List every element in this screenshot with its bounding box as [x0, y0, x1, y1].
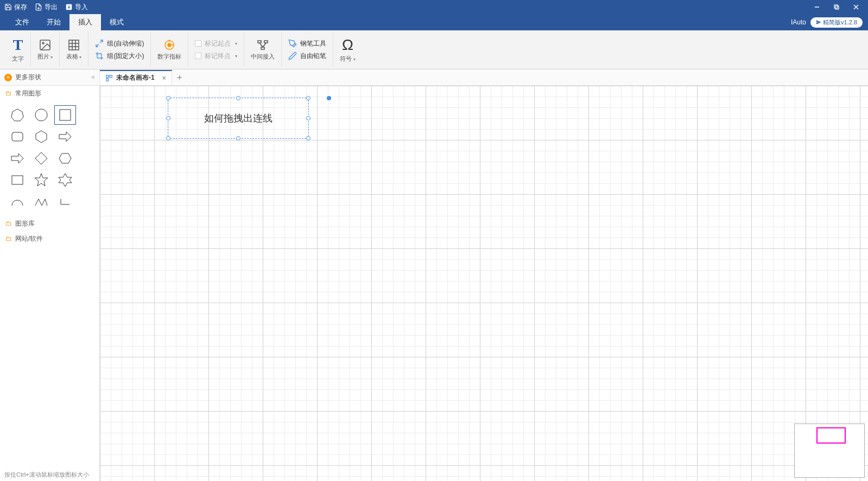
maximize-button[interactable] [829, 2, 844, 12]
selected-text-shape[interactable]: 如何拖拽出连线 [168, 98, 309, 139]
symbol-label: 符号 [340, 55, 355, 63]
rotate-handle[interactable] [327, 96, 331, 100]
svg-line-22 [259, 43, 263, 47]
minimap[interactable] [794, 424, 865, 478]
svg-point-30 [35, 109, 47, 121]
svg-marker-39 [35, 174, 48, 186]
menu-insert[interactable]: 插入 [69, 14, 101, 30]
text-shape-content[interactable]: 如何拖拽出连线 [204, 112, 273, 125]
shape-heptagon[interactable] [7, 105, 28, 125]
shape-circle[interactable] [30, 105, 52, 125]
mark-start-label: 标记起点 [205, 39, 231, 48]
main-area: 🗀 常用图形 🗀 图形 [0, 86, 868, 481]
ribbon-image[interactable]: 图片 [31, 33, 60, 67]
import-icon [65, 3, 73, 11]
resize-handle-tm[interactable] [236, 96, 240, 100]
menu-mode[interactable]: 模式 [101, 14, 132, 30]
image-icon [37, 39, 53, 52]
import-button[interactable]: 导入 [65, 3, 88, 12]
mark-end-row[interactable]: 标记终点▾ [195, 52, 237, 61]
shape-hexagon[interactable] [30, 127, 52, 146]
resize-handle-br[interactable] [306, 136, 311, 140]
svg-line-13 [100, 40, 103, 43]
mark-start-checkbox[interactable] [195, 40, 201, 47]
shape-diamond[interactable] [30, 149, 52, 168]
group-auto-button[interactable]: 组(自动伸缩) [95, 39, 144, 48]
shape-star5[interactable] [30, 170, 52, 190]
omega-icon: Ω [342, 36, 353, 54]
ribbon-text[interactable]: T 文字 [5, 33, 31, 67]
ribbon-table[interactable]: 表格 [60, 33, 88, 67]
ribbon-text-label: 文字 [12, 55, 24, 63]
ribbon-group-options: 组(自动伸缩) 组(固定大小) [88, 33, 151, 67]
shape-arc[interactable] [7, 192, 28, 211]
svg-point-7 [42, 42, 44, 44]
svg-rect-25 [110, 75, 112, 77]
shape-star6[interactable] [54, 170, 76, 190]
mark-start-row[interactable]: 标记起点▾ [195, 39, 237, 48]
text-icon: T [13, 36, 23, 54]
canvas[interactable]: 如何拖拽出连线 [100, 86, 868, 481]
resize-handle-tr[interactable] [306, 96, 311, 100]
svg-marker-33 [36, 131, 47, 143]
tab-close-button[interactable]: × [162, 74, 166, 82]
sidebar-section-common[interactable]: 🗀 常用图形 [0, 86, 99, 101]
resize-handle-bl[interactable] [166, 136, 170, 140]
shape-zigzag[interactable] [30, 192, 52, 211]
shape-square[interactable] [54, 105, 76, 125]
canvas-icon [105, 74, 113, 82]
titlebar: 保存 导出 导入 [0, 0, 868, 14]
mark-end-checkbox[interactable] [195, 53, 201, 59]
crop-icon [95, 52, 104, 60]
free-pencil-button[interactable]: 自由铅笔 [288, 52, 326, 61]
svg-marker-34 [59, 132, 71, 142]
svg-point-16 [168, 43, 171, 47]
shape-corner[interactable] [54, 192, 76, 211]
ribbon-symbol[interactable]: Ω 符号 [333, 33, 362, 67]
pen-tool-button[interactable]: 钢笔工具 [288, 39, 326, 48]
folder-icon: 🗀 [5, 220, 12, 227]
group-fixed-button[interactable]: 组(固定大小) [95, 52, 144, 61]
sidebar-section-website[interactable]: 🗀 网站/软件 [0, 231, 99, 246]
document-tab-1[interactable]: 未命名画布-1 × [100, 70, 172, 85]
sidebar-header-slot: + 更多形状 × [0, 69, 100, 85]
version-text: 精简版v1.2.8 [823, 18, 857, 27]
menu-start[interactable]: 开始 [38, 14, 69, 30]
ribbon-mark-options: 标记起点▾ 标记终点▾ [188, 33, 244, 67]
more-shapes-label: 更多形状 [15, 73, 41, 82]
svg-line-14 [96, 44, 99, 47]
version-badge[interactable]: 精简版v1.2.8 [810, 17, 863, 28]
resize-handle-bm[interactable] [236, 136, 240, 140]
resize-handle-ml[interactable] [166, 116, 170, 120]
shape-rect[interactable] [7, 170, 28, 190]
save-button[interactable]: 保存 [4, 3, 27, 12]
save-label: 保存 [14, 3, 27, 12]
ribbon-num-indicator[interactable]: 数字指标 [151, 33, 188, 67]
resize-handle-tl[interactable] [166, 96, 170, 100]
minimap-viewport[interactable] [816, 427, 846, 444]
resize-handle-mr[interactable] [306, 116, 311, 120]
close-button[interactable] [848, 2, 864, 12]
shape-hexagon-flat[interactable] [54, 149, 76, 168]
tab-title: 未命名画布-1 [116, 73, 155, 82]
tab-add-button[interactable]: + [172, 70, 187, 85]
svg-rect-3 [835, 6, 839, 9]
shape-arrow-outline[interactable] [54, 127, 76, 146]
add-shape-icon[interactable]: + [4, 74, 12, 81]
svg-rect-31 [60, 110, 71, 120]
sidebar-hint: 按住Ctrl+滚动鼠标缩放图标大小 [0, 469, 99, 481]
shape-rounded-rect[interactable] [7, 127, 28, 146]
minimize-button[interactable] [809, 2, 825, 12]
svg-marker-40 [59, 174, 72, 187]
sidebar-close-button[interactable]: × [91, 74, 95, 81]
sidebar-section-shapelib[interactable]: 🗀 图形库 [0, 216, 99, 231]
export-button[interactable]: 导出 [35, 3, 58, 12]
window-controls [809, 2, 864, 12]
menu-file[interactable]: 文件 [7, 14, 38, 30]
folder-icon: 🗀 [5, 89, 12, 97]
menubar-right: IAuto 精简版v1.2.8 [791, 17, 863, 28]
save-icon [4, 3, 12, 11]
shape-arrow-right[interactable] [7, 149, 28, 168]
svg-marker-29 [11, 109, 23, 121]
ribbon-mid-connect[interactable]: 中间接入 [244, 33, 282, 67]
